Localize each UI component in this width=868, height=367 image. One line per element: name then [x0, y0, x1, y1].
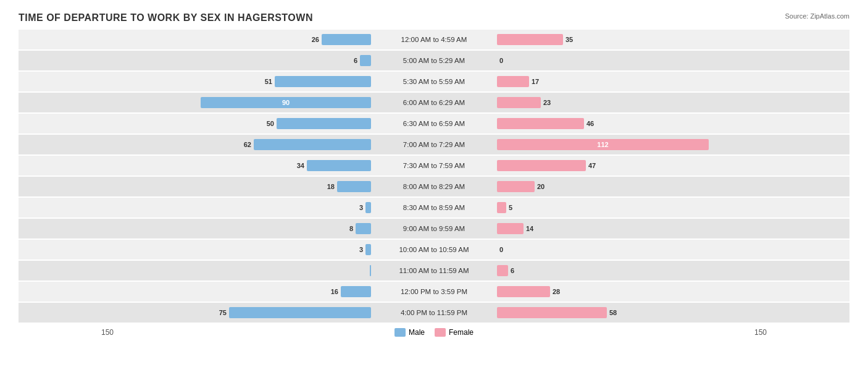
female-value: 5 [509, 204, 512, 211]
left-bar-container: 75 [19, 307, 372, 318]
chart-row: 310:00 AM to 10:59 AM0 [19, 240, 849, 259]
time-label: 11:00 AM to 11:59 AM [372, 267, 496, 274]
bar-male [341, 286, 371, 297]
time-label: 4:00 PM to 11:59 PM [372, 309, 496, 316]
male-value: 3 [359, 246, 363, 253]
bar-male [229, 307, 371, 318]
time-label: 7:30 AM to 7:59 AM [372, 162, 496, 169]
right-bar-container: 0 [496, 55, 849, 66]
legend-male: Male [394, 328, 425, 337]
male-value-inside: 90 [280, 99, 292, 106]
time-label: 12:00 PM to 3:59 PM [372, 288, 496, 295]
right-bar-container: 47 [496, 160, 849, 171]
bar-male: 90 [201, 97, 371, 108]
right-bar-container: 20 [496, 181, 849, 192]
chart-row: 515:30 AM to 5:59 AM17 [19, 72, 849, 91]
female-value: 46 [586, 120, 594, 127]
male-value: 75 [219, 309, 227, 316]
legend-male-color [394, 328, 406, 337]
time-label: 10:00 AM to 10:59 AM [372, 246, 496, 253]
chart-area: 2612:00 AM to 4:59 AM3565:00 AM to 5:29 … [19, 30, 849, 323]
bar-male [365, 244, 371, 255]
chart-row: 906:00 AM to 6:29 AM23 [19, 93, 849, 112]
male-value: 26 [312, 36, 319, 43]
legend: Male Female [276, 328, 593, 337]
legend-female-label: Female [449, 328, 474, 337]
right-bar-container: 17 [496, 76, 849, 87]
female-value: 20 [537, 183, 545, 190]
bar-male [277, 118, 371, 129]
female-value: 0 [499, 246, 503, 253]
time-label: 8:00 AM to 8:29 AM [372, 183, 496, 190]
male-value: 3 [359, 204, 363, 211]
right-bar-container: 112 [496, 139, 849, 150]
bar-male [307, 160, 371, 171]
chart-row: 89:00 AM to 9:59 AM14 [19, 219, 849, 238]
female-value: 28 [553, 288, 560, 295]
source-text: Source: ZipAtlas.com [785, 12, 849, 20]
right-bar-container: 28 [496, 286, 849, 297]
female-value: 0 [499, 57, 503, 64]
bar-male [322, 34, 371, 45]
axis-row: 150 Male Female 150 [19, 325, 849, 340]
bar-female [497, 34, 563, 45]
chart-row: 11:00 AM to 11:59 AM6 [19, 261, 849, 281]
bar-male [370, 265, 371, 276]
left-bar-container: 34 [19, 160, 372, 171]
female-value: 23 [543, 99, 551, 106]
left-bar-container: 3 [19, 202, 372, 213]
time-label: 5:30 AM to 5:59 AM [372, 78, 496, 85]
chart-row: 754:00 PM to 11:59 PM58 [19, 303, 849, 323]
left-bar-container: 6 [19, 55, 372, 66]
left-bar-container: 90 [19, 97, 372, 108]
male-value: 50 [267, 120, 274, 127]
left-bar-container: 50 [19, 118, 372, 129]
legend-male-label: Male [409, 328, 425, 337]
bar-female [497, 181, 535, 192]
bar-female [497, 286, 550, 297]
male-value: 6 [354, 57, 357, 64]
male-value: 18 [327, 183, 335, 190]
bar-female [497, 307, 607, 318]
chart-row: 627:00 AM to 7:29 AM112 [19, 135, 849, 154]
bar-male [337, 181, 371, 192]
female-value: 35 [565, 36, 573, 43]
chart-row: 188:00 AM to 8:29 AM20 [19, 177, 849, 196]
right-bar-container: 35 [496, 34, 849, 45]
time-label: 5:00 AM to 5:29 AM [372, 57, 496, 64]
legend-female-color [435, 328, 446, 337]
right-bar-container: 0 [496, 244, 849, 255]
right-bar-container: 14 [496, 223, 849, 234]
bar-female [497, 202, 506, 213]
male-value: 62 [244, 141, 251, 148]
bar-male [356, 223, 371, 234]
time-label: 12:00 AM to 4:59 AM [372, 36, 496, 43]
bar-female [497, 76, 529, 87]
left-bar-container: 18 [19, 181, 372, 192]
bar-female [497, 118, 584, 129]
bar-female [497, 223, 524, 234]
left-bar-container: 26 [19, 34, 372, 45]
right-bar-container: 46 [496, 118, 849, 129]
time-label: 7:00 AM to 7:29 AM [372, 141, 496, 148]
left-bar-container: 16 [19, 286, 372, 297]
left-bar-container: 3 [19, 244, 372, 255]
chart-row: 2612:00 AM to 4:59 AM35 [19, 30, 849, 49]
bar-female [497, 265, 508, 276]
bar-female: 112 [497, 139, 709, 150]
bar-female [497, 160, 586, 171]
male-value: 34 [297, 162, 304, 169]
legend-female: Female [435, 328, 474, 337]
female-value: 17 [532, 78, 539, 85]
bar-male [365, 202, 371, 213]
female-value: 47 [588, 162, 596, 169]
bar-female [497, 97, 541, 108]
axis-left-label: 150 [19, 328, 117, 337]
left-bar-container: 62 [19, 139, 372, 150]
bar-male [360, 55, 371, 66]
chart-row: 1612:00 PM to 3:59 PM28 [19, 282, 849, 302]
chart-title: TIME OF DEPARTURE TO WORK BY SEX IN HAGE… [19, 12, 849, 23]
right-bar-container: 6 [496, 265, 849, 276]
time-label: 6:00 AM to 6:29 AM [372, 99, 496, 106]
female-value: 14 [526, 225, 533, 232]
